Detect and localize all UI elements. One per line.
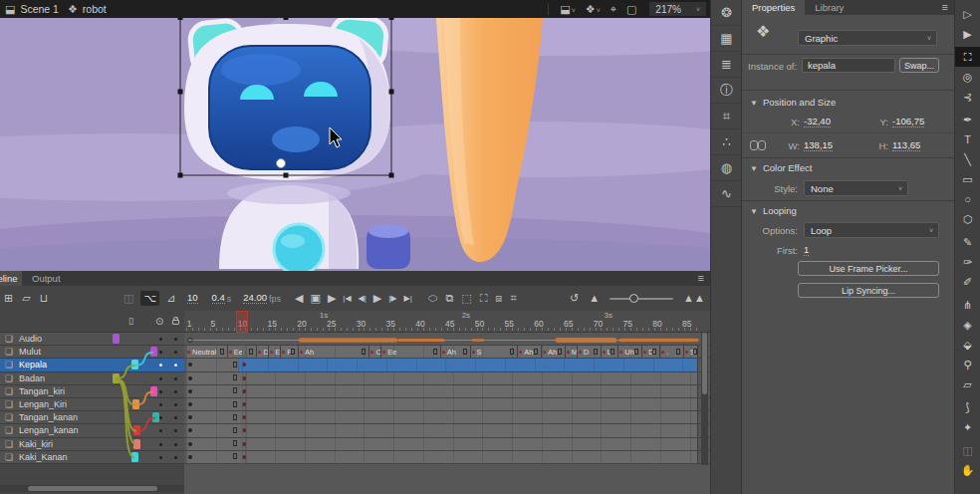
fluid-brush-tool[interactable]: ✑	[955, 252, 980, 272]
stage-canvas[interactable]	[0, 18, 710, 271]
frame-span[interactable]	[186, 372, 698, 384]
lip-syncing-button[interactable]: Lip Syncing...	[798, 283, 939, 298]
elapsed-time-value[interactable]: 0.4	[212, 293, 225, 304]
mouth-keyframe-dot[interactable]	[519, 351, 522, 354]
layer-lock-dot[interactable]	[174, 429, 177, 432]
width-value[interactable]: 138,15	[804, 139, 833, 151]
layer-lock-dot[interactable]	[174, 377, 177, 380]
layer-row-kepala[interactable]: ❏Kepala	[0, 359, 184, 371]
go-to-first-frame-button[interactable]: |◀	[343, 295, 351, 303]
center-frame-button[interactable]: ⧈	[495, 293, 502, 304]
layer-lock-dot[interactable]	[174, 443, 177, 446]
swap-button[interactable]: Swap...	[899, 58, 939, 73]
layer-lock-dot[interactable]	[174, 351, 177, 354]
next-frame-button[interactable]: |▶	[388, 295, 396, 303]
horizontal-scrollbar-thumb[interactable]	[28, 486, 157, 491]
parenting-swatch[interactable]	[133, 439, 140, 449]
panel-menu-icon[interactable]: ≡	[698, 272, 704, 284]
transform-panel-icon[interactable]: ⌗	[711, 104, 742, 129]
subselection-tool[interactable]: ▶	[955, 24, 980, 44]
tab-output[interactable]: Output	[24, 271, 69, 286]
layer-row-tangan_kanan[interactable]: ❏Tangan_kanan	[0, 411, 184, 424]
frame-row-tangan_kiri[interactable]	[184, 385, 710, 398]
parenting-swatch[interactable]	[113, 373, 120, 383]
playhead-marker[interactable]	[236, 311, 248, 333]
first-frame-value[interactable]: 1	[804, 244, 809, 256]
breadcrumb-scene[interactable]: Scene 1	[20, 3, 59, 15]
frame-row-audio[interactable]	[184, 333, 710, 346]
parenting-swatch[interactable]	[131, 452, 138, 462]
center-frame-button[interactable]: ⌖	[611, 3, 616, 16]
show-graph-view-button[interactable]: ⊿	[166, 293, 175, 304]
mouth-keyframe-dot[interactable]	[543, 351, 546, 354]
layer-visibility-dot[interactable]	[159, 443, 162, 446]
mouth-keyframe-dot[interactable]	[579, 351, 582, 354]
bone-tool[interactable]: ⋔	[955, 295, 980, 315]
keyframe-dot[interactable]	[188, 455, 192, 459]
panel-menu-icon[interactable]: ≡	[942, 1, 948, 13]
mouth-keyframe-dot[interactable]	[685, 351, 688, 354]
delete-layer-button[interactable]: ⊔	[40, 293, 49, 304]
eye-column-icon[interactable]: ⊙	[155, 316, 163, 327]
position-size-section-header[interactable]: ▼Position and Size	[750, 97, 836, 108]
layer-visibility-dot[interactable]	[159, 390, 162, 393]
step-forward-button[interactable]: ▶	[328, 293, 336, 304]
add-camera-button[interactable]: ◫	[123, 293, 133, 304]
frame-span[interactable]	[186, 411, 698, 423]
selection-tool[interactable]: ▷	[955, 4, 980, 24]
layer-visibility-dot[interactable]	[159, 403, 162, 406]
mouth-keyframe-dot[interactable]	[661, 351, 664, 354]
timeline-zoom-slider[interactable]	[610, 298, 673, 300]
layer-visibility-dot[interactable]	[159, 364, 162, 367]
color-style-select[interactable]: None˅	[804, 180, 908, 196]
loop-options-select[interactable]: Loop˅	[804, 222, 939, 238]
mouth-keyframe-dot[interactable]	[300, 351, 303, 354]
keyframe-dot[interactable]	[188, 442, 192, 446]
parenting-swatch[interactable]	[133, 425, 140, 435]
color-panel-icon[interactable]: ❂	[711, 0, 742, 26]
mouth-keyframe-dot[interactable]	[643, 351, 646, 354]
info-panel-icon[interactable]: ⓘ	[711, 78, 742, 104]
symbol-type-select[interactable]: Graphic˅	[798, 30, 937, 46]
pencil-tool[interactable]: ✎	[955, 232, 980, 252]
current-frame-value[interactable]: 10	[187, 293, 198, 304]
free-transform-tool[interactable]: ⛶	[955, 47, 980, 67]
text-tool[interactable]: T	[955, 129, 980, 149]
layer-lock-dot[interactable]	[174, 416, 177, 419]
paint-bucket-tool[interactable]: ◈	[955, 315, 980, 335]
layer-row-badan[interactable]: ❏Badan	[0, 372, 184, 385]
frame-span[interactable]	[186, 398, 698, 410]
x-value[interactable]: -32,40	[804, 116, 831, 127]
timeline-zoom-slider-knob[interactable]	[629, 294, 638, 303]
swatches-panel-icon[interactable]: ▦	[711, 26, 742, 52]
camera-tool[interactable]: ◫	[955, 440, 980, 460]
layer-lock-dot[interactable]	[174, 456, 177, 459]
hand-tool[interactable]: ✋	[955, 460, 980, 480]
frame-row-lengan_kanan[interactable]	[184, 424, 710, 437]
layer-row-lengan_kiri[interactable]: ❏Lengan_Kiri	[0, 398, 184, 411]
edit-symbols-button[interactable]: ❖˅	[586, 3, 601, 16]
rectangle-tool[interactable]: ▭	[955, 169, 980, 189]
keyframe-dot[interactable]	[188, 376, 192, 380]
instance-name-field[interactable]: kepala	[802, 58, 895, 73]
frame-row-lengan_kiri[interactable]	[184, 398, 710, 411]
frame-ruler[interactable]: 1s2s3s1510152025303540455055606570758085	[184, 311, 710, 333]
frame-row-mulut[interactable]: NeutralEeDEFAhCEeAhSAhAhMDLUhD.S	[184, 346, 710, 359]
vertical-scrollbar-thumb[interactable]	[702, 333, 707, 394]
tab-timeline[interactable]: Timeline	[0, 271, 22, 286]
timeline-zoom-in-button[interactable]: ▲▲	[683, 293, 705, 304]
asset-warp-tool[interactable]: ✦	[955, 417, 980, 437]
lasso-tool[interactable]: ⊰	[955, 87, 980, 107]
keyframe-dot[interactable]	[188, 402, 192, 406]
selected-frame-span[interactable]	[238, 359, 696, 370]
layer-row-kaki_kanan[interactable]: ❏Kaki_Kanan	[0, 451, 184, 464]
frame-row-badan[interactable]	[184, 372, 710, 385]
link-width-height-icon[interactable]	[750, 140, 766, 149]
layer-visibility-dot[interactable]	[159, 456, 162, 459]
frame-span[interactable]	[186, 451, 698, 463]
eyedropper-tool[interactable]: ⚲	[955, 355, 980, 374]
layer-row-lengan_kanan[interactable]: ❏Lengan_kanan	[0, 424, 184, 437]
polystar-tool[interactable]: ⬡	[955, 209, 980, 229]
go-to-last-frame-button[interactable]: ▶|	[404, 295, 412, 303]
lock-column-icon[interactable]	[172, 320, 179, 325]
